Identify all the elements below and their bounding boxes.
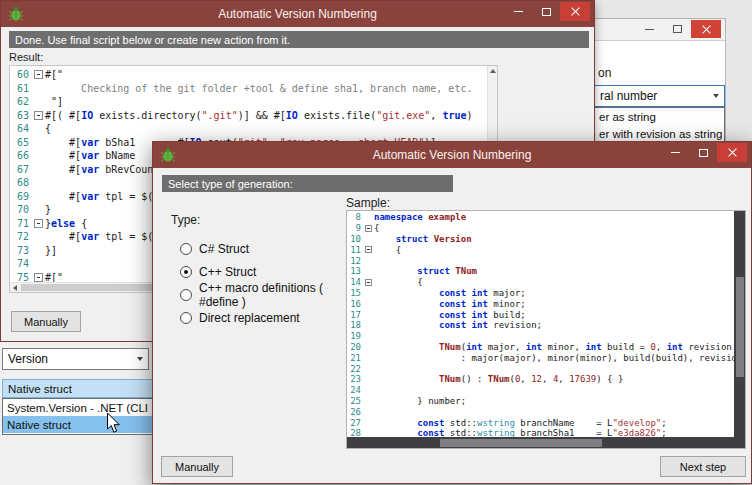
code-line: 26 [347,406,734,417]
code-text: }else { [45,218,87,229]
maximize-icon [673,25,682,33]
close-button[interactable] [717,143,747,162]
fold-collapse-icon[interactable] [365,279,372,286]
list-item[interactable]: er as string [595,108,724,125]
line-number: 9 [347,223,363,233]
line-number: 61 [10,83,32,94]
struct-type-dropdown[interactable]: System.Version - .NET (CLINative struct [2,398,156,435]
combobox-value: Native struct [8,383,72,395]
close-icon [570,6,581,17]
next-step-button[interactable]: Next step [660,456,746,477]
code-text: const int revision; [374,320,542,330]
window-struct-selection: Version Native struct System.Version - .… [0,342,156,485]
radio-csharp-struct[interactable]: C# Struct [180,237,345,260]
number-format-combobox[interactable]: ral number [594,85,725,107]
list-item[interactable]: er with revision as string [595,125,724,142]
code-text: { [374,245,401,255]
sample-code-editor[interactable]: 8namespace example9{10 struct Version11 … [346,210,746,449]
manually-button[interactable]: Manually [161,456,233,477]
maximize-button[interactable] [532,2,560,21]
fold-collapse-icon[interactable] [34,70,43,79]
line-number: 14 [347,277,363,287]
fold-collapse-icon[interactable] [365,246,372,253]
code-text: { [45,123,51,134]
code-text: TNum(int major, int minor, int build = 0… [374,342,734,352]
code-line: 28 const std::wstring branchSha1 = L"e3d… [347,428,734,437]
line-number: 68 [10,177,32,188]
line-number: 62 [10,96,32,107]
line-number: 25 [347,396,363,406]
vertical-scrollbar[interactable] [734,211,745,448]
code-line: 12 [347,255,734,266]
code-text: "] [45,96,63,107]
line-number: 71 [10,218,32,229]
scroll-up-button[interactable] [488,66,498,76]
line-number: 8 [347,212,363,222]
code-line: 13 struct TNum [347,266,734,277]
line-number: 19 [347,331,363,341]
line-number: 69 [10,191,32,202]
fold-margin [32,219,45,228]
titlebar[interactable]: Automatic Version Numbering [153,142,751,168]
radio-circle[interactable] [180,243,192,255]
code-text: const std::wstring branchSha1 = L"e3da82… [374,428,667,437]
titlebar[interactable]: Automatic Version Numbering [1,1,594,27]
scrollbar-thumb[interactable] [440,439,603,447]
titlebar[interactable] [594,19,725,41]
fold-collapse-icon[interactable] [365,225,372,232]
line-number: 75 [10,272,32,282]
struct-type-combobox[interactable]: Native struct [2,379,156,398]
radio-circle[interactable] [180,289,192,301]
manually-button[interactable]: Manually [11,311,81,332]
close-button[interactable] [560,2,590,21]
code-lines: 8namespace example9{10 struct Version11 … [347,211,734,437]
radio-cpp-macro-definitions[interactable]: C++ macro definitions ( #define ) [180,283,345,306]
radio-label: Direct replacement [199,311,300,325]
fold-margin [32,70,45,79]
code-line: 8namespace example [347,212,734,223]
code-text: const int build; [374,310,526,320]
code-text: namespace example [374,212,466,222]
line-number: 18 [347,320,363,330]
minimize-button[interactable] [661,143,689,162]
minimize-button[interactable] [504,2,532,21]
maximize-button[interactable] [663,20,691,38]
code-line: 61 Checking of the git folder +tool & de… [10,82,487,96]
code-line: 14 { [347,277,734,288]
sample-label: Sample: [346,196,390,210]
fold-collapse-icon[interactable] [34,273,43,282]
radio-circle[interactable] [180,266,192,278]
line-number: 22 [347,364,363,374]
line-number: 72 [10,231,32,242]
horizontal-scrollbar[interactable] [347,437,734,448]
maximize-button[interactable] [689,143,717,162]
line-number: 12 [347,256,363,266]
code-text: struct TNum [374,266,477,276]
code-line: 10 struct Version [347,234,734,245]
fold-collapse-icon[interactable] [34,111,43,120]
line-number: 74 [10,258,32,269]
scrollbar-thumb[interactable] [736,277,744,377]
scroll-left-button[interactable] [10,283,20,293]
fold-margin [32,111,45,120]
line-number: 17 [347,310,363,320]
radio-direct-replacement[interactable]: Direct replacement [180,306,345,329]
minimize-button[interactable] [635,20,663,38]
close-icon [727,147,738,158]
line-number: 70 [10,204,32,215]
close-button[interactable] [691,20,721,38]
version-combobox[interactable]: Version [2,348,149,370]
code-text: struct Version [374,234,472,244]
code-line: 25 } number; [347,396,734,407]
code-text: }] [45,245,57,256]
line-number: 26 [347,407,363,417]
fold-collapse-icon[interactable] [34,219,43,228]
code-text: TNum() : TNum(0, 12, 4, 17639) { } [374,374,623,384]
list-item[interactable]: System.Version - .NET (CLI [3,399,155,416]
radio-label: C++ macro definitions ( #define ) [199,281,345,309]
code-text: #[var tpl = $( [45,191,153,202]
list-item[interactable]: Native struct [3,416,155,433]
window-generation-wizard: Automatic Version Numbering Select type … [152,141,752,484]
radio-circle[interactable] [180,312,192,324]
maximize-icon [699,149,708,157]
